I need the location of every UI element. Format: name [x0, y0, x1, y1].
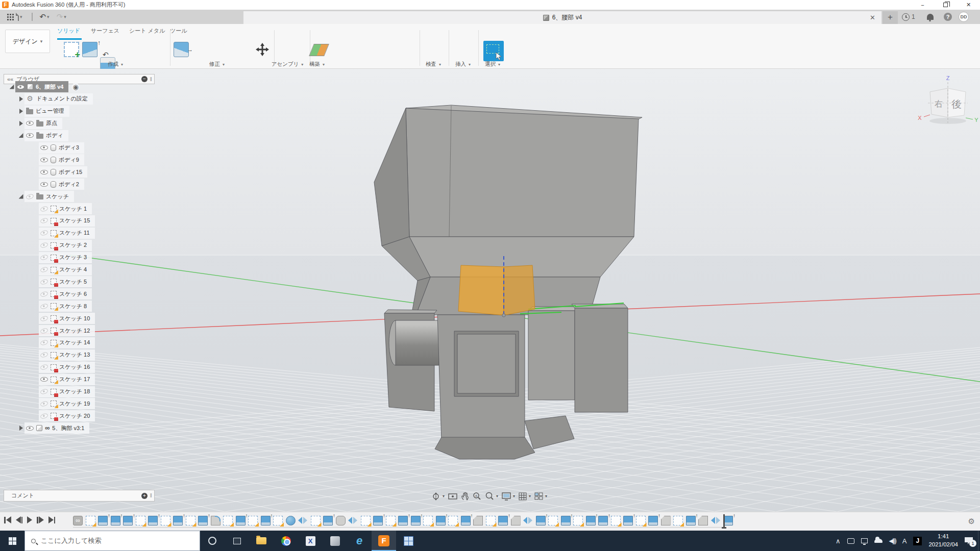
- expand-toggle-icon[interactable]: [17, 96, 24, 102]
- redo-caret-icon[interactable]: ▾: [64, 14, 66, 19]
- browser-item[interactable]: スケッチ 15: [32, 215, 95, 227]
- modify-group-label[interactable]: 修正 ▾: [209, 61, 225, 68]
- comment-grip-icon[interactable]: ‖: [150, 493, 152, 498]
- timeline-feature-sketch[interactable]: [611, 516, 621, 525]
- browser-item[interactable]: スケッチ 12: [32, 325, 95, 336]
- visibility-eye-icon[interactable]: [17, 85, 24, 89]
- construct-group-label[interactable]: 構築 ▾: [309, 61, 325, 68]
- display-settings-button[interactable]: ▾: [502, 492, 515, 500]
- zoom-button[interactable]: ±: [473, 492, 481, 500]
- visibility-eye-icon[interactable]: [40, 303, 48, 310]
- taskbar-clock[interactable]: 1:41 2021/02/04: [928, 533, 958, 548]
- comment-bar[interactable]: コメント + ‖: [4, 490, 155, 502]
- timeline-feature-link[interactable]: [73, 516, 83, 525]
- taskbar-app-6[interactable]: [323, 531, 347, 551]
- document-tab[interactable]: 6、腰部 v4 ✕: [243, 11, 881, 24]
- timeline-feature-chamfer[interactable]: [698, 516, 708, 525]
- timeline-feature-sketch[interactable]: [311, 516, 321, 525]
- timeline-feature-extrude[interactable]: [498, 516, 508, 525]
- close-button[interactable]: ✕: [957, 0, 980, 10]
- visibility-eye-icon[interactable]: [40, 145, 48, 150]
- timeline-feature-extrude[interactable]: [323, 516, 333, 525]
- visibility-eye-icon[interactable]: [40, 388, 48, 395]
- inspect-group-label[interactable]: 検査 ▾: [426, 61, 441, 68]
- show-desktop-strip[interactable]: [978, 531, 980, 551]
- visibility-eye-icon[interactable]: [40, 182, 48, 187]
- visibility-eye-icon[interactable]: [40, 217, 48, 224]
- timeline-feature-chamfer[interactable]: [511, 516, 521, 525]
- expand-toggle-icon[interactable]: [17, 133, 24, 138]
- visibility-eye-icon[interactable]: [40, 230, 48, 236]
- panel-minus-icon[interactable]: −: [141, 76, 148, 82]
- select-tool-button[interactable]: [483, 41, 504, 61]
- look-at-button[interactable]: [448, 493, 457, 500]
- timeline-feature-sketch[interactable]: [423, 516, 433, 525]
- visibility-eye-icon[interactable]: [40, 242, 48, 248]
- visibility-eye-icon[interactable]: [40, 352, 48, 358]
- visibility-eye-icon[interactable]: [26, 121, 34, 126]
- view-cube[interactable]: 右 後 Z X Y: [910, 74, 980, 135]
- timeline-feature-extrude[interactable]: [411, 516, 421, 525]
- timeline-feature-mirror[interactable]: [523, 516, 533, 525]
- new-tab-button[interactable]: +: [883, 11, 898, 24]
- timeline-feature-mirror[interactable]: [298, 516, 308, 525]
- tab-surface[interactable]: サーフェス: [91, 27, 119, 35]
- timeline-feature-sketch[interactable]: [636, 516, 646, 525]
- activate-radio-icon[interactable]: ◉: [71, 83, 79, 91]
- browser-item[interactable]: ボディ3: [32, 142, 84, 154]
- chrome-button[interactable]: [274, 531, 298, 551]
- visibility-eye-icon[interactable]: [40, 327, 48, 334]
- orbit-button[interactable]: ▾: [431, 492, 445, 501]
- fit-button[interactable]: ▾: [485, 492, 498, 500]
- browser-item[interactable]: スケッチ 4: [32, 264, 92, 276]
- timeline-feature-extrude[interactable]: [586, 516, 596, 525]
- timeline-feature-extrude[interactable]: [261, 516, 271, 525]
- browser-item[interactable]: スケッチ 3: [32, 252, 92, 263]
- origin-point[interactable]: [502, 314, 505, 317]
- timeline-feature-sketch[interactable]: [223, 516, 233, 525]
- selected-profile-highlight[interactable]: [458, 265, 535, 315]
- timeline-feature-sketch[interactable]: [86, 516, 95, 525]
- timeline-feature-sketch[interactable]: [161, 516, 170, 525]
- move-copy-icon[interactable]: [255, 42, 270, 57]
- timeline-feature-extrude[interactable]: [561, 516, 571, 525]
- taskbar-app-9[interactable]: [396, 531, 421, 551]
- onedrive-cloud-icon[interactable]: [874, 539, 883, 543]
- construction-plane-icon[interactable]: [309, 44, 329, 56]
- visibility-eye-icon[interactable]: [40, 364, 48, 370]
- visibility-eye-icon[interactable]: [40, 279, 48, 285]
- browser-item[interactable]: スケッチ 17: [32, 374, 95, 385]
- file-explorer-button[interactable]: [249, 531, 274, 551]
- expand-toggle-icon[interactable]: [17, 194, 24, 199]
- taskbar-app-5[interactable]: X: [298, 531, 323, 551]
- visibility-eye-icon[interactable]: [40, 413, 48, 419]
- expand-toggle-icon[interactable]: [17, 109, 24, 114]
- tray-chevron-icon[interactable]: ∧: [836, 537, 841, 545]
- help-button[interactable]: ?: [944, 12, 952, 22]
- timeline-feature-extrude[interactable]: [623, 516, 633, 525]
- visibility-eye-icon[interactable]: [40, 339, 48, 346]
- browser-item[interactable]: ボディ2: [32, 179, 84, 190]
- visibility-eye-icon[interactable]: [40, 205, 48, 212]
- workspace-selector[interactable]: デザイン▾: [5, 30, 50, 53]
- browser-item[interactable]: 6、腰部 v4◉: [8, 81, 80, 92]
- redo-button[interactable]: ↷: [57, 12, 63, 21]
- timeline-feature-extrude[interactable]: [148, 516, 158, 525]
- browser-item[interactable]: ビュー管理: [17, 106, 69, 117]
- insert-group-label[interactable]: 挿入 ▾: [455, 61, 471, 68]
- browser-item[interactable]: 原点: [17, 118, 62, 129]
- browser-item[interactable]: スケッチ 20: [32, 410, 95, 421]
- comment-add-icon[interactable]: +: [141, 493, 148, 499]
- timeline-feature-chamfer[interactable]: [473, 516, 483, 525]
- timeline-feature-extrude[interactable]: [461, 516, 471, 525]
- browser-item[interactable]: ボディ9: [32, 154, 84, 165]
- timeline-feature-fillet[interactable]: [211, 516, 220, 525]
- modeling-canvas[interactable]: [0, 69, 980, 512]
- cortana-button[interactable]: [200, 531, 225, 551]
- timeline-feature-sketch[interactable]: [248, 516, 258, 525]
- timeline-feature-sketch[interactable]: [486, 516, 496, 525]
- browser-item[interactable]: スケッチ 19: [32, 398, 95, 409]
- panel-grip-icon[interactable]: ‖: [150, 77, 152, 82]
- assemble-group-label[interactable]: アセンブリ ▾: [272, 61, 304, 68]
- browser-item[interactable]: スケッチ 2: [32, 240, 92, 251]
